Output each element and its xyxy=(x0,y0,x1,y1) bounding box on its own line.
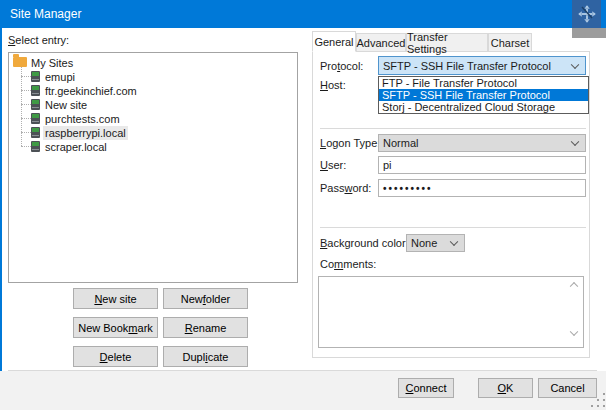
resize-grip[interactable] xyxy=(597,399,599,401)
new-site-button[interactable]: New site xyxy=(73,288,158,309)
protocol-combobox[interactable]: SFTP - SSH File Transfer Protocol xyxy=(378,56,586,75)
new-bookmark-button[interactable]: New Bookmark xyxy=(73,317,158,338)
protocol-label: Protocol: xyxy=(320,60,363,72)
site-manager-dialog: Site Manager Select entry: My Sites xyxy=(0,0,606,410)
chevron-down-icon xyxy=(571,138,579,146)
separator xyxy=(320,227,586,228)
comments-textarea[interactable] xyxy=(318,276,584,348)
server-icon xyxy=(31,71,40,82)
new-folder-button[interactable]: New folder xyxy=(163,288,248,309)
comments-label: Comments: xyxy=(320,258,376,270)
delete-button[interactable]: Delete xyxy=(73,346,158,367)
tree-connector-vertical xyxy=(21,67,22,146)
window-left-border xyxy=(0,28,2,410)
move-cursor-overlay xyxy=(572,0,601,28)
user-label: User: xyxy=(320,159,346,171)
window-title: Site Manager xyxy=(10,7,81,21)
cursor-shadow-strip xyxy=(572,28,606,38)
tab-charset[interactable]: Charset xyxy=(488,33,532,52)
logon-type-combobox[interactable]: Normal xyxy=(378,134,586,152)
tab-general[interactable]: General xyxy=(312,31,356,52)
titlebar[interactable]: Site Manager xyxy=(0,0,606,28)
server-icon xyxy=(31,85,40,96)
site-tree[interactable]: My Sites emupi ftr.geekinchief.com New s… xyxy=(8,52,298,283)
dropdown-option-storj[interactable]: Storj - Decentralized Cloud Storage xyxy=(379,101,588,113)
scroll-up-icon[interactable] xyxy=(570,282,578,290)
password-field[interactable]: ••••••••• xyxy=(378,179,586,197)
folder-icon xyxy=(13,57,27,67)
background-color-combobox[interactable]: None xyxy=(406,234,465,252)
host-label: Host: xyxy=(320,79,346,91)
select-entry-label: Select entry: xyxy=(8,34,69,46)
user-field[interactable]: pi xyxy=(378,156,586,174)
scroll-down-icon[interactable] xyxy=(570,328,578,336)
connect-button[interactable]: Connect xyxy=(398,378,454,398)
chevron-down-icon xyxy=(450,238,458,246)
chevron-down-icon xyxy=(571,60,579,68)
logon-type-label: Logon Type: xyxy=(320,137,380,149)
duplicate-button[interactable]: Duplicate xyxy=(163,346,248,367)
protocol-dropdown-list[interactable]: FTP - File Transfer Protocol SFTP - SSH … xyxy=(378,76,589,114)
server-icon xyxy=(31,113,40,124)
rename-button[interactable]: Rename xyxy=(163,317,248,338)
server-icon xyxy=(31,141,40,152)
ok-button[interactable]: OK xyxy=(478,378,533,398)
server-icon xyxy=(31,127,40,138)
tab-advanced[interactable]: Advanced xyxy=(356,33,406,52)
cancel-button[interactable]: Cancel xyxy=(538,378,597,398)
tab-transfer-settings[interactable]: Transfer Settings xyxy=(406,33,488,52)
tree-root-label: My Sites xyxy=(29,56,75,70)
dropdown-option-ftp[interactable]: FTP - File Transfer Protocol xyxy=(379,77,588,89)
background-color-label: Background color: xyxy=(320,237,409,249)
move-cursor-icon xyxy=(578,5,596,23)
server-icon xyxy=(31,99,40,110)
dropdown-option-sftp[interactable]: SFTP - SSH File Transfer Protocol xyxy=(379,89,588,101)
separator xyxy=(320,128,586,129)
footer-separator xyxy=(8,370,597,371)
password-label: Password: xyxy=(320,182,371,194)
